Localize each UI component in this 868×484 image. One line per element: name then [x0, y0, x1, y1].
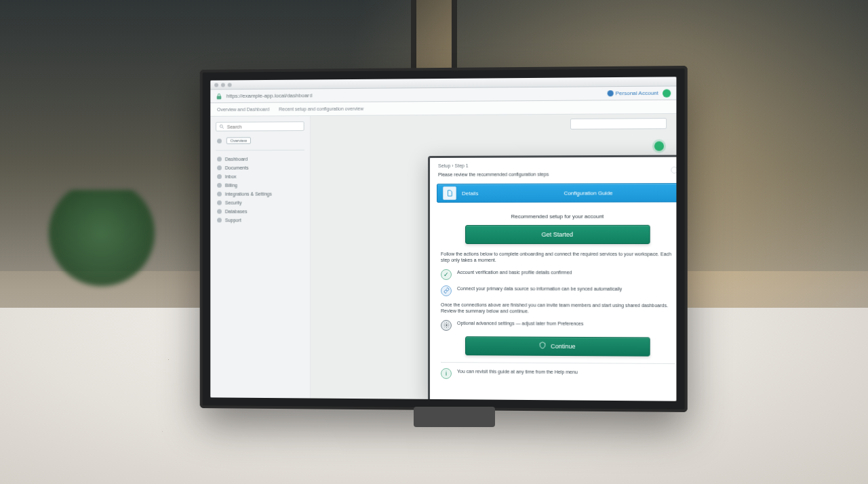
screen: https://example-app.local/dashboard Pers…	[210, 77, 676, 401]
button-label: Continue	[551, 343, 575, 350]
bullet-icon	[217, 157, 222, 161]
sidebar-item-label: Support	[225, 218, 241, 222]
modal-bullet-text: You can revisit this guide at any time f…	[457, 368, 675, 376]
modal-bullet: Optional advanced settings — adjust late…	[441, 320, 675, 332]
bullet-icon	[217, 218, 222, 222]
modal-bullet-text: Connect your primary data source so info…	[457, 285, 675, 292]
step-progress-icon	[671, 167, 676, 174]
modal-paragraph: Follow the actions below to complete onb…	[441, 251, 675, 264]
account-label: Personal Account	[616, 90, 658, 97]
gear-circle-icon	[441, 320, 452, 331]
svg-point-2	[446, 325, 447, 326]
sidebar-item-label: Integrations & Settings	[225, 192, 272, 197]
sidebar-item-dashboard[interactable]: Dashboard	[216, 155, 304, 163]
background-plant	[47, 190, 156, 298]
secure-lock-icon	[216, 93, 222, 100]
modal-footer-bullet: i You can revisit this guide at any time…	[441, 368, 675, 380]
account-link[interactable]: Personal Account	[607, 90, 658, 97]
modal-bullet: Connect your primary data source so info…	[441, 285, 675, 297]
sidebar: Overview Dashboard Documents Inbox Billi…	[210, 116, 310, 398]
info-circle-icon: i	[441, 368, 452, 379]
sidebar-item-label: Databases	[225, 209, 248, 214]
check-circle-icon: ✓	[441, 269, 452, 280]
svg-point-0	[220, 125, 222, 127]
address-text[interactable]: https://example-app.local/dashboard	[226, 92, 313, 99]
bullet-icon	[217, 183, 222, 188]
sidebar-item-documents[interactable]: Documents	[216, 163, 304, 172]
main-search-field[interactable]	[570, 118, 667, 129]
bullet-icon	[217, 209, 222, 214]
search-input[interactable]	[227, 124, 301, 129]
sidebar-item-label: Dashboard	[225, 157, 248, 161]
window-control-icon[interactable]	[221, 83, 225, 87]
notification-badge-icon[interactable]	[654, 141, 664, 150]
window-control-icon[interactable]	[214, 83, 218, 87]
modal-body: Recommended setup for your account Get S…	[430, 205, 676, 401]
content-area: Overview Dashboard Documents Inbox Billi…	[210, 114, 676, 401]
main-panel: Setup › Step 1 Please review the recomme…	[310, 114, 676, 401]
modal-tab-bar[interactable]: Details Configuration Guide	[437, 183, 676, 203]
setup-modal: Setup › Step 1 Please review the recomme…	[428, 155, 676, 401]
window-control-icon[interactable]	[228, 83, 232, 87]
sidebar-item-billing[interactable]: Billing	[216, 181, 304, 190]
sidebar-item-label: Inbox	[225, 174, 237, 179]
bullet-icon	[217, 192, 222, 197]
get-started-button[interactable]: Get Started	[465, 225, 650, 244]
button-label: Get Started	[542, 231, 573, 238]
sidebar-item-label: Documents	[225, 165, 249, 170]
bullet-icon	[217, 201, 222, 205]
monitor-stand	[414, 407, 495, 427]
bullet-icon	[217, 165, 222, 170]
continue-button[interactable]: Continue	[465, 336, 650, 357]
sidebar-item-inbox[interactable]: Inbox	[216, 172, 304, 181]
modal-bullet-text: Optional advanced settings — adjust late…	[457, 320, 675, 327]
document-icon	[443, 186, 456, 200]
modal-bullet: ✓ Account verification and basic profile…	[441, 269, 675, 281]
sidebar-item-label: Billing	[225, 183, 237, 188]
sidebar-item-databases[interactable]: Databases	[216, 207, 304, 216]
modal-bullet-text: Account verification and basic profile d…	[457, 269, 675, 276]
sidebar-chip[interactable]: Overview	[226, 137, 251, 144]
account-avatar-icon	[607, 90, 613, 96]
status-indicator-icon[interactable]	[663, 89, 671, 97]
shield-icon	[539, 342, 547, 350]
modal-tab-center-label: Configuration Guide	[499, 190, 677, 197]
bullet-icon	[217, 138, 222, 143]
monitor-frame: https://example-app.local/dashboard Pers…	[200, 66, 688, 412]
modal-paragraph: Once the connections above are finished …	[441, 302, 675, 315]
modal-tab-left-label: Details	[462, 190, 478, 196]
bullet-icon	[217, 174, 222, 179]
sidebar-item-security[interactable]: Security	[216, 198, 304, 207]
sidebar-divider	[216, 150, 304, 151]
sidebar-item-support[interactable]: Support	[216, 216, 304, 224]
svg-line-1	[222, 127, 224, 129]
modal-breadcrumb: Setup › Step 1	[438, 163, 676, 168]
sidebar-search[interactable]	[216, 121, 304, 132]
search-icon	[219, 124, 224, 129]
toolbar-item[interactable]: Recent setup and configuration overview	[279, 106, 363, 112]
sidebar-chip-row[interactable]: Overview	[216, 135, 304, 146]
modal-subtitle: Please review the recommended configurat…	[438, 172, 676, 177]
modal-step-title: Recommended setup for your account	[441, 214, 675, 220]
toolbar-item[interactable]: Overview and Dashboard	[217, 107, 269, 112]
modal-header: Setup › Step 1 Please review the recomme…	[430, 157, 676, 181]
link-circle-icon	[441, 285, 452, 296]
sidebar-item-label: Security	[225, 201, 242, 205]
modal-divider	[441, 362, 675, 364]
sidebar-item-integrations[interactable]: Integrations & Settings	[216, 189, 304, 198]
sidebar-group: Dashboard Documents Inbox Billing Integr…	[216, 155, 304, 224]
